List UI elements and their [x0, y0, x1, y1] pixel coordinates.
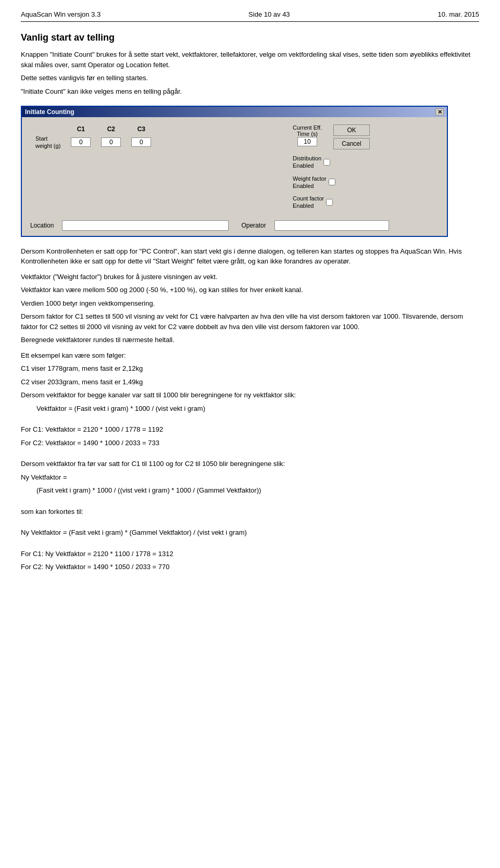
channel-table: C1 C2 C3 Startweight (g) — [30, 124, 156, 151]
top-right-section: Current Eff. Time (s) OK Cancel — [293, 124, 439, 149]
cancel-button[interactable]: Cancel — [333, 138, 370, 149]
dialog-title: Initiate Counting — [25, 108, 74, 116]
distribution-enabled-row: DistributionEnabled — [293, 155, 439, 170]
initiate-counting-dialog: Initiate Counting ✕ C1 C2 C3 Startweight… — [21, 106, 448, 237]
body-para-4: Dersom faktor for C1 settes til 500 vil … — [21, 311, 479, 332]
header-center: Side 10 av 43 — [248, 10, 290, 18]
body-para-2: Vektfaktor kan være mellom 500 og 2000 (… — [21, 285, 479, 295]
weight-factor-enabled-row: Weight factorEnabled — [293, 175, 439, 190]
body-para-13: For C1: Vektfaktor = 2120 * 1000 / 1778 … — [21, 424, 479, 435]
start-weight-label: Startweight (g) — [30, 134, 66, 151]
time-label: Time (s) — [297, 131, 318, 137]
ok-button[interactable]: OK — [333, 124, 370, 136]
operator-label: Operator — [241, 222, 266, 229]
intro-para-2: Dette settes vanligvis før en telling st… — [21, 73, 479, 83]
dialog-titlebar: Initiate Counting ✕ — [22, 107, 447, 117]
page-title: Vanlig start av telling — [21, 32, 479, 43]
distribution-label: DistributionEnabled — [293, 155, 321, 170]
start-weight-c3[interactable] — [131, 137, 151, 147]
dialog-body: C1 C2 C3 Startweight (g) Current Eff. — [22, 117, 447, 217]
count-factor-enabled-row: Count factorEnabled — [293, 195, 439, 210]
weight-factor-checkbox[interactable] — [329, 179, 335, 185]
body-para-17: Ny Vektfaktor = — [21, 472, 479, 483]
ok-cancel-column: OK Cancel — [333, 124, 370, 149]
location-input[interactable] — [62, 220, 229, 231]
intro-para-1: Knappen "Initiate Count" brukes for å se… — [21, 49, 479, 70]
start-weight-c1[interactable] — [71, 137, 91, 147]
header-right: 10. mar. 2015 — [438, 10, 480, 18]
weight-factor-label: Weight factorEnabled — [293, 175, 327, 190]
dialog-right-panel: Current Eff. Time (s) OK Cancel Distribu… — [293, 124, 439, 210]
current-eff-block: Current Eff. Time (s) — [293, 124, 322, 146]
time-input[interactable] — [297, 137, 317, 146]
body-para-24: For C1: Ny Vektfaktor = 2120 * 1100 / 17… — [21, 549, 479, 559]
body-para-10: Dersom vektfaktor for begge kanaler var … — [21, 390, 479, 400]
body-para-7: Ett eksempel kan være som følger: — [21, 350, 479, 361]
header-left: AquaScan Win versjon 3.3 — [21, 10, 101, 18]
count-factor-label: Count factorEnabled — [293, 195, 324, 210]
start-weight-c2[interactable] — [101, 137, 121, 147]
count-factor-checkbox[interactable] — [326, 199, 333, 206]
page-header: AquaScan Win versjon 3.3 Side 10 av 43 1… — [21, 10, 479, 22]
body-para-3: Verdien 1000 betyr ingen vektkompenserin… — [21, 298, 479, 309]
body-para-18: (Fasit vekt i gram) * 1000 / ((vist vekt… — [36, 485, 479, 496]
dialog-close-button[interactable]: ✕ — [435, 108, 444, 116]
body-para-9: C2 viser 2033gram, mens fasit er 1,49kg — [21, 377, 479, 387]
dialog-footer: Location Operator — [22, 217, 447, 236]
channel-c1-header: C1 — [66, 124, 96, 134]
body-para-14: For C2: Vektfaktor = 1490 * 1000 / 2033 … — [21, 438, 479, 448]
body-para-22: Ny Vektfaktor = (Fasit vekt i gram) * (G… — [21, 527, 479, 538]
dialog-left-panel: C1 C2 C3 Startweight (g) — [30, 124, 282, 210]
distribution-checkbox[interactable] — [323, 159, 330, 166]
body-para-25: For C2: Ny Vektfaktor = 1490 * 1050 / 20… — [21, 562, 479, 572]
body-para-20: som kan forkortes til: — [21, 507, 479, 517]
current-eff-label: Current Eff. — [293, 124, 322, 131]
body-para-5: Beregnede vektfaktorer rundes til nærmes… — [21, 335, 479, 345]
intro-para-3: "Initiate Count" kan ikke velges mens en… — [21, 86, 479, 97]
body-para-16: Dersom vektfaktor fra før var satt for C… — [21, 459, 479, 469]
body-para-1: Vektfaktor ("Weight factor") brukes for … — [21, 272, 479, 282]
channel-c3-header: C3 — [126, 124, 156, 134]
body-para-0: Dersom Kontrollenheten er satt opp for "… — [21, 246, 479, 267]
location-label: Location — [30, 222, 54, 229]
channel-c2-header: C2 — [96, 124, 126, 134]
body-para-11: Vektfaktor = (Fasit vekt i gram) * 1000 … — [36, 404, 479, 414]
body-para-8: C1 viser 1778gram, mens fasit er 2,12kg — [21, 363, 479, 374]
operator-input[interactable] — [274, 220, 389, 231]
